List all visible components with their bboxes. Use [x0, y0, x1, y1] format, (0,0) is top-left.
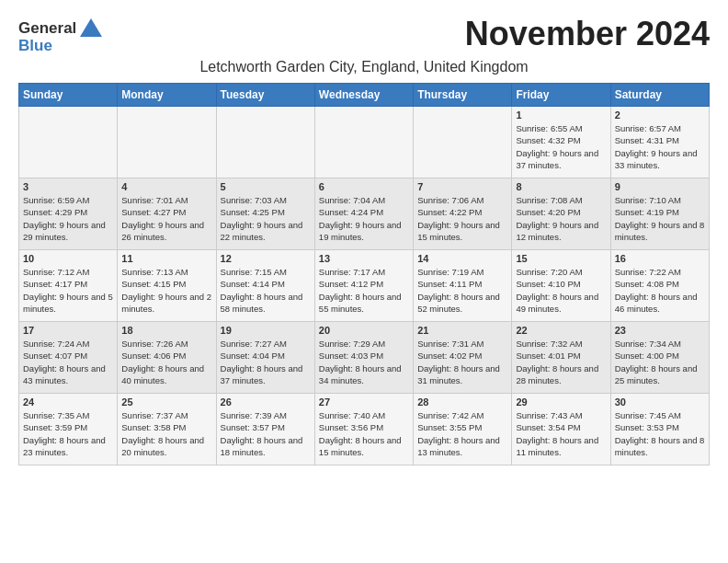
day-info: Daylight: 8 hours and 13 minutes. — [417, 434, 507, 459]
day-number: 26 — [221, 396, 311, 408]
day-info: Sunrise: 7:12 AM — [23, 266, 113, 278]
day-number: 2 — [615, 109, 705, 121]
calendar-cell: 5Sunrise: 7:03 AMSunset: 4:25 PMDaylight… — [216, 178, 314, 250]
day-info: Sunset: 4:14 PM — [221, 278, 311, 290]
day-info: Daylight: 9 hours and 2 minutes. — [121, 291, 211, 316]
calendar-cell: 3Sunrise: 6:59 AMSunset: 4:29 PMDaylight… — [19, 178, 118, 250]
calendar-cell: 17Sunrise: 7:24 AMSunset: 4:07 PMDayligh… — [19, 322, 118, 394]
day-number: 7 — [417, 181, 507, 192]
day-info: Sunset: 3:59 PM — [23, 421, 113, 433]
calendar-cell: 12Sunrise: 7:15 AMSunset: 4:14 PMDayligh… — [216, 250, 314, 322]
header: General Blue November 2024 — [18, 15, 710, 55]
day-info: Sunrise: 7:15 AM — [221, 266, 311, 278]
col-wednesday: Wednesday — [314, 84, 413, 107]
day-number: 16 — [615, 253, 705, 264]
col-sunday: Sunday — [19, 84, 118, 107]
calendar-cell: 7Sunrise: 7:06 AMSunset: 4:22 PMDaylight… — [414, 178, 512, 250]
day-info: Sunset: 4:06 PM — [121, 350, 211, 362]
day-info: Sunrise: 7:06 AM — [417, 194, 507, 206]
day-number: 21 — [417, 325, 507, 336]
day-info: Sunset: 3:53 PM — [615, 421, 705, 433]
day-number: 30 — [615, 396, 705, 408]
day-info: Sunset: 4:22 PM — [417, 206, 507, 218]
day-info: Daylight: 9 hours and 37 minutes. — [516, 147, 606, 172]
day-number: 28 — [417, 396, 507, 408]
calendar-cell: 15Sunrise: 7:20 AMSunset: 4:10 PMDayligh… — [512, 250, 610, 322]
day-number: 5 — [221, 181, 311, 192]
logo: General Blue — [18, 18, 102, 55]
day-number: 12 — [221, 253, 311, 264]
logo-blue: Blue — [18, 37, 52, 55]
day-info: Sunset: 4:32 PM — [516, 134, 606, 146]
day-info: Sunrise: 7:42 AM — [417, 409, 507, 421]
calendar-cell: 9Sunrise: 7:10 AMSunset: 4:19 PMDaylight… — [610, 178, 709, 250]
day-info: Sunset: 4:12 PM — [319, 278, 409, 290]
day-info: Sunrise: 7:17 AM — [319, 266, 409, 278]
day-info: Sunset: 4:00 PM — [615, 350, 705, 362]
day-info: Sunrise: 7:40 AM — [319, 409, 409, 421]
calendar-cell: 8Sunrise: 7:08 AMSunset: 4:20 PMDaylight… — [512, 178, 610, 250]
day-info: Sunset: 4:19 PM — [615, 206, 705, 218]
col-friday: Friday — [512, 84, 610, 107]
calendar-cell — [216, 107, 314, 178]
day-info: Sunset: 4:20 PM — [516, 206, 606, 218]
calendar-cell: 29Sunrise: 7:43 AMSunset: 3:54 PMDayligh… — [512, 394, 610, 465]
calendar-table: Sunday Monday Tuesday Wednesday Thursday… — [18, 83, 710, 465]
calendar-cell: 27Sunrise: 7:40 AMSunset: 3:56 PMDayligh… — [314, 394, 413, 465]
day-info: Sunset: 4:03 PM — [319, 350, 409, 362]
day-info: Daylight: 8 hours and 20 minutes. — [121, 434, 211, 459]
day-info: Daylight: 8 hours and 15 minutes. — [319, 434, 409, 459]
calendar-cell: 1Sunrise: 6:55 AMSunset: 4:32 PMDaylight… — [512, 107, 610, 178]
day-info: Daylight: 8 hours and 25 minutes. — [615, 362, 705, 387]
day-info: Sunrise: 7:29 AM — [319, 338, 409, 350]
day-info: Daylight: 9 hours and 15 minutes. — [417, 219, 507, 244]
day-info: Sunset: 4:01 PM — [516, 350, 606, 362]
day-info: Sunset: 4:27 PM — [121, 206, 211, 218]
day-info: Sunset: 3:56 PM — [319, 421, 409, 433]
logo-general: General — [18, 19, 76, 38]
day-number: 4 — [121, 181, 211, 192]
day-info: Daylight: 8 hours and 58 minutes. — [221, 291, 311, 316]
header-row: Sunday Monday Tuesday Wednesday Thursday… — [19, 84, 710, 107]
calendar-week-2: 3Sunrise: 6:59 AMSunset: 4:29 PMDaylight… — [19, 178, 710, 250]
day-info: Sunset: 4:02 PM — [417, 350, 507, 362]
day-info: Sunrise: 7:35 AM — [23, 409, 113, 421]
day-info: Sunset: 4:25 PM — [221, 206, 311, 218]
day-number: 14 — [417, 253, 507, 264]
day-info: Sunrise: 7:03 AM — [221, 194, 311, 206]
calendar-cell: 30Sunrise: 7:45 AMSunset: 3:53 PMDayligh… — [610, 394, 709, 465]
calendar-week-3: 10Sunrise: 7:12 AMSunset: 4:17 PMDayligh… — [19, 250, 710, 322]
day-info: Daylight: 8 hours and 55 minutes. — [319, 291, 409, 316]
calendar-cell — [314, 107, 413, 178]
day-info: Sunrise: 7:39 AM — [221, 409, 311, 421]
day-number: 13 — [319, 253, 409, 264]
calendar-cell: 22Sunrise: 7:32 AMSunset: 4:01 PMDayligh… — [512, 322, 610, 394]
day-number: 10 — [23, 253, 113, 264]
day-info: Daylight: 8 hours and 23 minutes. — [23, 434, 113, 459]
day-info: Sunrise: 7:10 AM — [615, 194, 705, 206]
day-info: Sunset: 4:07 PM — [23, 350, 113, 362]
day-info: Daylight: 9 hours and 5 minutes. — [23, 291, 113, 316]
day-info: Sunrise: 7:37 AM — [121, 409, 211, 421]
day-info: Sunrise: 6:57 AM — [615, 122, 705, 134]
day-number: 25 — [121, 396, 211, 408]
day-number: 24 — [23, 396, 113, 408]
page: General Blue November 2024 Letchworth Ga… — [0, 0, 728, 475]
day-info: Daylight: 9 hours and 8 minutes. — [615, 219, 705, 244]
calendar-cell: 25Sunrise: 7:37 AMSunset: 3:58 PMDayligh… — [118, 394, 216, 465]
day-info: Sunrise: 7:04 AM — [319, 194, 409, 206]
day-info: Daylight: 9 hours and 33 minutes. — [615, 147, 705, 172]
calendar-cell: 14Sunrise: 7:19 AMSunset: 4:11 PMDayligh… — [414, 250, 512, 322]
day-info: Daylight: 8 hours and 52 minutes. — [417, 291, 507, 316]
calendar-cell: 11Sunrise: 7:13 AMSunset: 4:15 PMDayligh… — [118, 250, 216, 322]
day-info: Sunrise: 7:32 AM — [516, 338, 606, 350]
day-info: Sunset: 4:17 PM — [23, 278, 113, 290]
day-number: 8 — [516, 181, 606, 192]
day-number: 6 — [319, 181, 409, 192]
day-info: Daylight: 8 hours and 34 minutes. — [319, 362, 409, 387]
day-info: Daylight: 8 hours and 8 minutes. — [615, 434, 705, 459]
day-number: 17 — [23, 325, 113, 336]
day-info: Sunrise: 7:43 AM — [516, 409, 606, 421]
calendar-cell: 19Sunrise: 7:27 AMSunset: 4:04 PMDayligh… — [216, 322, 314, 394]
day-info: Sunset: 4:04 PM — [221, 350, 311, 362]
